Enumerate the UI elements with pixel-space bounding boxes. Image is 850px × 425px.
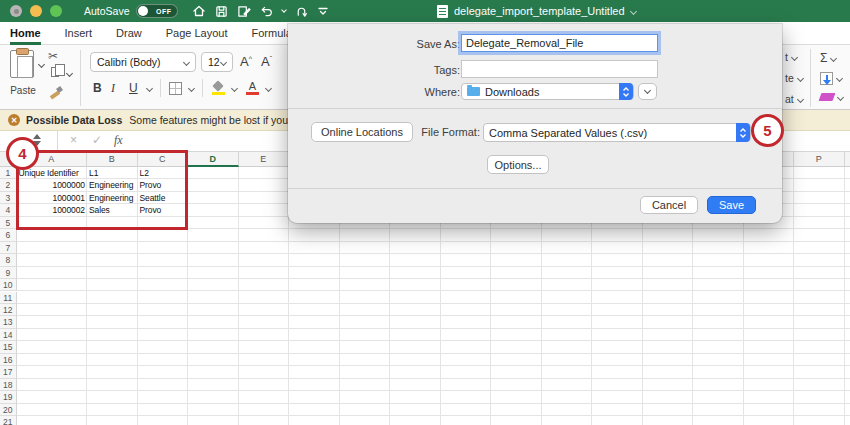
undo-menu-chevron-icon[interactable] xyxy=(281,7,287,13)
copy-icon[interactable] xyxy=(51,67,59,77)
font-color-chevron-icon[interactable] xyxy=(265,84,272,91)
partial-ribbon-label[interactable]: at xyxy=(785,93,803,105)
row-header-7[interactable]: 7 xyxy=(0,242,17,254)
eraser-icon xyxy=(819,93,836,101)
row-header-17[interactable]: 17 xyxy=(0,366,17,378)
column-header-D[interactable]: D xyxy=(188,152,239,167)
row-gridline xyxy=(17,304,850,316)
row-gridline xyxy=(17,292,850,304)
confirm-entry-icon[interactable]: ✓ xyxy=(92,133,102,147)
annotation-step-5: 5 xyxy=(751,114,784,147)
autosave-state: OFF xyxy=(156,8,172,15)
where-stepper-icon[interactable] xyxy=(619,83,633,100)
file-format-stepper-icon[interactable] xyxy=(736,123,750,142)
file-format-select[interactable]: Comma Separated Values (.csv) xyxy=(483,123,751,142)
row-header-9[interactable]: 9 xyxy=(0,267,17,279)
toggle-knob xyxy=(138,6,148,16)
edit-document-icon[interactable] xyxy=(237,5,251,18)
row-gridline xyxy=(17,267,850,279)
ribbon-display-icon[interactable] xyxy=(317,5,329,17)
row-gridline xyxy=(17,254,850,266)
folder-icon xyxy=(467,87,480,96)
cut-icon[interactable]: ✂ xyxy=(48,49,58,63)
fill-color-icon[interactable] xyxy=(212,81,226,95)
fill-down-button[interactable] xyxy=(820,72,842,85)
column-header-E[interactable]: E xyxy=(239,152,290,167)
column-header-P[interactable]: P xyxy=(794,152,845,167)
fill-color-chevron-icon[interactable] xyxy=(231,84,238,91)
row-header-5[interactable]: 5 xyxy=(0,217,17,229)
row-header-14[interactable]: 14 xyxy=(0,329,17,341)
save-as-input[interactable] xyxy=(461,34,658,52)
save-button[interactable]: Save xyxy=(707,196,756,214)
row-header-13[interactable]: 13 xyxy=(0,316,17,328)
home-icon[interactable] xyxy=(192,4,206,18)
row-header-20[interactable]: 20 xyxy=(0,404,17,416)
expand-dialog-button[interactable] xyxy=(638,83,657,100)
borders-icon[interactable] xyxy=(169,82,182,95)
row-header-10[interactable]: 10 xyxy=(0,279,17,291)
row-header-18[interactable]: 18 xyxy=(0,379,17,391)
underline-button[interactable]: U xyxy=(129,81,141,95)
row-header-15[interactable]: 15 xyxy=(0,341,17,353)
font-size-value: 12 xyxy=(208,56,220,68)
insert-function-icon[interactable]: fx xyxy=(114,133,123,148)
autosum-button[interactable]: Σ xyxy=(820,51,836,65)
redo-icon[interactable] xyxy=(295,5,308,18)
row-header-4[interactable]: 4 xyxy=(0,204,17,216)
save-as-label: Save As: xyxy=(350,38,460,50)
where-select[interactable]: Downloads xyxy=(461,83,634,100)
autosave-toggle[interactable]: OFF xyxy=(136,4,178,18)
tab-page-layout[interactable]: Page Layout xyxy=(166,22,228,45)
row-header-3[interactable]: 3 xyxy=(0,192,17,204)
tab-insert[interactable]: Insert xyxy=(65,22,93,45)
row-header-12[interactable]: 12 xyxy=(0,304,17,316)
undo-icon[interactable] xyxy=(260,5,273,18)
tab-draw[interactable]: Draw xyxy=(116,22,142,45)
row-header-8[interactable]: 8 xyxy=(0,254,17,266)
tags-input[interactable] xyxy=(461,60,658,78)
options-button[interactable]: Options... xyxy=(487,155,549,174)
warning-title: Possible Data Loss xyxy=(26,114,122,126)
partial-ribbon-label[interactable]: t xyxy=(785,51,797,63)
autosave-label: AutoSave xyxy=(84,5,130,17)
font-size-select[interactable]: 12 xyxy=(201,52,233,72)
row-gridline xyxy=(17,329,850,341)
font-name-select[interactable]: Calibri (Body) xyxy=(90,52,196,72)
row-header-11[interactable]: 11 xyxy=(0,292,17,304)
row-header-1[interactable]: 1 xyxy=(0,167,17,179)
save-icon[interactable] xyxy=(215,5,228,18)
cancel-entry-icon[interactable]: × xyxy=(70,133,77,147)
paste-label[interactable]: Paste xyxy=(4,85,42,96)
traffic-lights xyxy=(10,5,62,17)
bold-button[interactable]: B xyxy=(93,81,111,95)
save-as-dialog: Save As: Tags: Where: Downloads Online L… xyxy=(288,24,782,223)
format-painter-icon[interactable] xyxy=(49,86,63,100)
close-window-button[interactable] xyxy=(10,5,22,17)
italic-button[interactable]: I xyxy=(111,81,129,96)
partial-ribbon-label[interactable]: te xyxy=(785,72,803,84)
warning-icon: ✕ xyxy=(8,114,20,126)
row-header-19[interactable]: 19 xyxy=(0,391,17,403)
tab-home[interactable]: Home xyxy=(10,22,41,45)
paste-icon[interactable] xyxy=(10,50,34,78)
where-value: Downloads xyxy=(485,86,539,98)
paste-menu-chevron-icon[interactable] xyxy=(38,61,45,68)
excel-window: AutoSave OFF delegate_import_template_Un… xyxy=(0,0,850,425)
row-header-16[interactable]: 16 xyxy=(0,354,17,366)
grow-font-button[interactable]: A^ xyxy=(240,54,252,69)
row-header-6[interactable]: 6 xyxy=(0,229,17,241)
title-menu-chevron-icon[interactable] xyxy=(630,7,637,14)
clear-button[interactable] xyxy=(820,93,843,101)
shrink-font-button[interactable]: Aˇ xyxy=(261,54,272,69)
copy-menu-chevron-icon[interactable] xyxy=(66,70,73,77)
row-header-21[interactable]: 21 xyxy=(0,416,17,425)
minimize-window-button[interactable] xyxy=(30,5,42,17)
zoom-window-button[interactable] xyxy=(50,5,62,17)
borders-menu-chevron-icon[interactable] xyxy=(188,84,195,91)
font-color-icon[interactable]: A xyxy=(246,81,259,95)
row-header-2[interactable]: 2 xyxy=(0,179,17,191)
cancel-button[interactable]: Cancel xyxy=(640,196,698,214)
row-gridline xyxy=(17,279,850,291)
underline-menu-chevron-icon[interactable] xyxy=(146,84,153,91)
